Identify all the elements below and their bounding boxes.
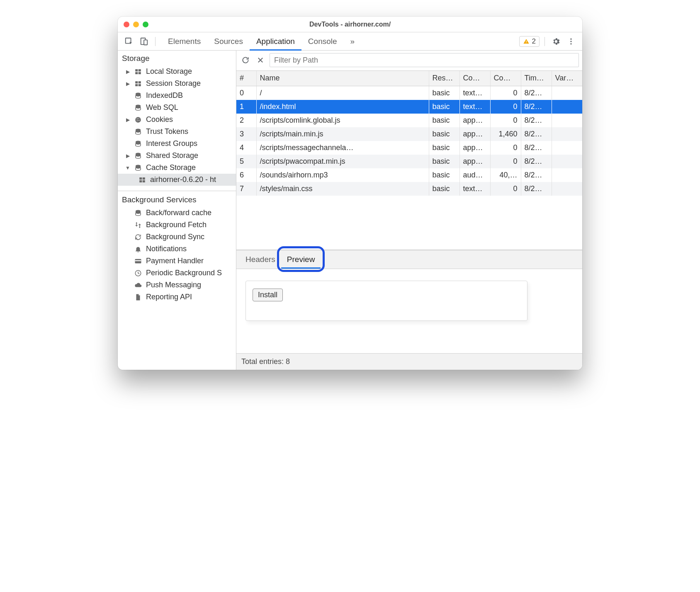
install-button[interactable]: Install bbox=[253, 289, 283, 301]
cell: 0 bbox=[490, 114, 521, 127]
sidebar-item-cookies[interactable]: ▶Cookies bbox=[118, 114, 236, 126]
sidebar-item-web-sql[interactable]: Web SQL bbox=[118, 102, 236, 114]
details-body: Install bbox=[236, 269, 582, 354]
swap-icon bbox=[134, 221, 143, 229]
table-row[interactable]: 5/scripts/pwacompat.min.jsbasicapp…08/2… bbox=[236, 155, 582, 168]
filter-input[interactable] bbox=[270, 53, 579, 67]
sidebar-item-background-fetch[interactable]: Background Fetch bbox=[118, 219, 236, 231]
svg-rect-10 bbox=[135, 72, 138, 74]
sidebar-item-airhorner-0-6-20-ht[interactable]: airhorner-0.6.20 - ht bbox=[118, 174, 236, 186]
sidebar-item-periodic-background-s[interactable]: Periodic Background S bbox=[118, 267, 236, 279]
kebab-menu-icon[interactable] bbox=[565, 35, 577, 48]
refresh-icon[interactable] bbox=[240, 54, 251, 66]
sidebar-item-push-messaging[interactable]: Push Messaging bbox=[118, 279, 236, 291]
svg-point-19 bbox=[137, 118, 138, 119]
svg-rect-9 bbox=[139, 69, 141, 71]
details-tabs: Headers Preview bbox=[236, 250, 582, 269]
window-title: DevTools - airhorner.com/ bbox=[118, 21, 582, 28]
db-icon bbox=[134, 140, 143, 148]
sidebar-item-label: Cache Storage bbox=[146, 163, 196, 172]
clear-icon[interactable] bbox=[255, 54, 266, 66]
table-row[interactable]: 1/index.htmlbasictext…08/2… bbox=[236, 100, 582, 114]
column-header[interactable]: Tim… bbox=[521, 71, 552, 86]
column-header[interactable]: Name bbox=[256, 71, 429, 86]
cell: basic bbox=[429, 182, 459, 196]
table-row[interactable]: 4/scripts/messagechannela…basicapp…08/2… bbox=[236, 141, 582, 155]
sidebar-item-label: Interest Groups bbox=[146, 139, 197, 148]
chevron-right-icon[interactable]: ▶ bbox=[125, 69, 130, 75]
table-row[interactable]: 3/scripts/main.min.jsbasicapp…1,4608/2… bbox=[236, 127, 582, 141]
cell: 4 bbox=[236, 141, 256, 155]
column-header[interactable]: Res… bbox=[429, 71, 459, 86]
card-icon bbox=[134, 257, 143, 265]
cell: basic bbox=[429, 100, 459, 114]
svg-rect-15 bbox=[139, 84, 141, 86]
sidebar-item-session-storage[interactable]: ▶Session Storage bbox=[118, 78, 236, 90]
cell bbox=[552, 114, 582, 127]
cell: 8/2… bbox=[521, 182, 552, 196]
bell-icon bbox=[134, 245, 143, 253]
sidebar-item-notifications[interactable]: Notifications bbox=[118, 243, 236, 255]
cell: 0 bbox=[236, 86, 256, 100]
settings-gear-icon[interactable] bbox=[550, 35, 562, 48]
filter-bar bbox=[236, 51, 582, 70]
tab-application[interactable]: Application bbox=[250, 32, 301, 51]
sidebar-item-background-sync[interactable]: Background Sync bbox=[118, 231, 236, 243]
details-tab-headers[interactable]: Headers bbox=[240, 250, 281, 269]
tab-elements[interactable]: Elements bbox=[161, 32, 207, 51]
db-icon bbox=[134, 209, 143, 217]
tab-sources[interactable]: Sources bbox=[207, 32, 250, 51]
sidebar-item-indexeddb[interactable]: IndexedDB bbox=[118, 90, 236, 102]
sidebar-item-back-forward-cache[interactable]: Back/forward cache bbox=[118, 207, 236, 219]
cell: 1,460 bbox=[490, 127, 521, 141]
section-storage-title: Storage bbox=[118, 51, 236, 66]
svg-point-6 bbox=[570, 41, 571, 42]
table-row[interactable]: 6/sounds/airhorn.mp3basicaud…40,…8/2… bbox=[236, 168, 582, 182]
chevron-right-icon[interactable]: ▶ bbox=[125, 117, 130, 123]
sidebar-item-reporting-api[interactable]: Reporting API bbox=[118, 291, 236, 303]
svg-point-22 bbox=[137, 120, 138, 121]
sidebar-item-shared-storage[interactable]: ▶Shared Storage bbox=[118, 150, 236, 162]
sidebar-item-payment-handler[interactable]: Payment Handler bbox=[118, 255, 236, 267]
tab-overflow[interactable]: » bbox=[344, 32, 362, 51]
cache-storage-pane: #NameRes…Co…Co…Tim…Var… 0/basictext…08/2… bbox=[236, 51, 582, 370]
inspect-element-icon[interactable] bbox=[123, 35, 135, 48]
table-row[interactable]: 0/basictext…08/2… bbox=[236, 86, 582, 100]
status-text: Total entries: 8 bbox=[241, 357, 290, 366]
warnings-count: 2 bbox=[532, 37, 536, 46]
panel-tabs: Elements Sources Application Console » bbox=[161, 32, 361, 51]
cell: 8/2… bbox=[521, 86, 552, 100]
cell bbox=[552, 127, 582, 141]
column-header[interactable]: Var… bbox=[552, 71, 582, 86]
sidebar-item-cache-storage[interactable]: ▼Cache Storage bbox=[118, 162, 236, 174]
tab-console[interactable]: Console bbox=[301, 32, 344, 51]
sidebar-item-local-storage[interactable]: ▶Local Storage bbox=[118, 66, 236, 78]
svg-rect-33 bbox=[135, 260, 141, 261]
svg-rect-4 bbox=[526, 42, 526, 43]
chevron-right-icon[interactable]: ▶ bbox=[125, 81, 130, 87]
warnings-badge[interactable]: 2 bbox=[519, 36, 540, 47]
sidebar-item-interest-groups[interactable]: Interest Groups bbox=[118, 138, 236, 150]
column-header[interactable]: Co… bbox=[459, 71, 490, 86]
sidebar-item-label: IndexedDB bbox=[146, 91, 183, 100]
svg-point-20 bbox=[139, 118, 139, 119]
chevron-right-icon[interactable]: ▶ bbox=[125, 153, 130, 159]
cell bbox=[552, 100, 582, 114]
sidebar-item-trust-tokens[interactable]: Trust Tokens bbox=[118, 126, 236, 138]
device-toolbar-icon[interactable] bbox=[138, 35, 150, 48]
cell: basic bbox=[429, 127, 459, 141]
chevron-down-icon[interactable]: ▼ bbox=[125, 165, 130, 171]
table-row[interactable]: 7/styles/main.cssbasictext…08/2… bbox=[236, 182, 582, 196]
svg-point-5 bbox=[570, 38, 571, 39]
cell: basic bbox=[429, 114, 459, 127]
table-row[interactable]: 2/scripts/comlink.global.jsbasicapp…08/2… bbox=[236, 114, 582, 127]
svg-rect-3 bbox=[526, 41, 526, 42]
svg-rect-28 bbox=[143, 177, 145, 180]
sidebar-item-label: Payment Handler bbox=[146, 257, 204, 265]
details-tab-preview[interactable]: Preview bbox=[281, 250, 321, 269]
cell: 8/2… bbox=[521, 114, 552, 127]
cell: text… bbox=[459, 86, 490, 100]
column-header[interactable]: # bbox=[236, 71, 256, 86]
column-header[interactable]: Co… bbox=[490, 71, 521, 86]
cell: aud… bbox=[459, 168, 490, 182]
